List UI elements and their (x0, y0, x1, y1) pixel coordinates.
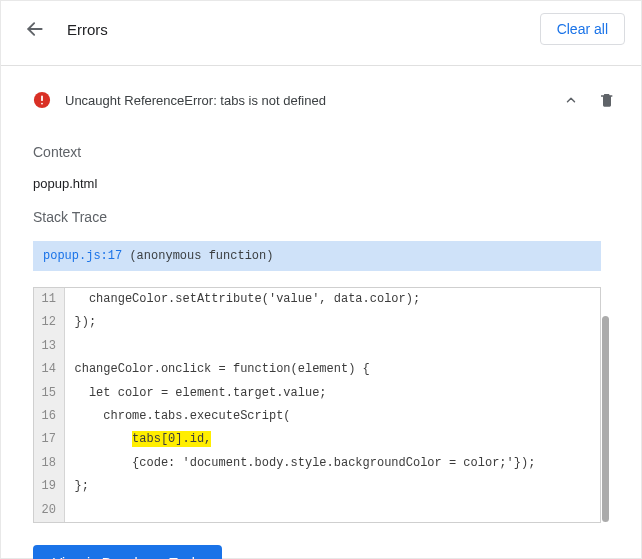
arrow-left-icon (25, 19, 45, 39)
code-line: 16 chrome.tabs.executeScript( (34, 405, 600, 428)
code-text: chrome.tabs.executeScript( (64, 405, 600, 428)
line-number: 16 (34, 405, 64, 428)
collapse-button[interactable] (553, 82, 589, 118)
code-line: 14changeColor.onclick = function(element… (34, 358, 600, 381)
code-line: 18 {code: 'document.body.style.backgroun… (34, 452, 600, 475)
code-table: 11 changeColor.setAttribute('value', dat… (34, 288, 600, 522)
page-title: Errors (67, 21, 108, 38)
code-line: 12}); (34, 311, 600, 334)
view-in-devtools-button[interactable]: View in Developer Tools (33, 545, 222, 559)
stack-trace-label: Stack Trace (33, 209, 625, 225)
line-number: 12 (34, 311, 64, 334)
scrollbar[interactable] (602, 316, 609, 522)
line-number: 19 (34, 475, 64, 498)
stack-frame-location: popup.js:17 (43, 249, 122, 263)
chevron-up-icon (564, 93, 578, 107)
code-line: 13 (34, 335, 600, 358)
line-number: 11 (34, 288, 64, 311)
line-number: 15 (34, 382, 64, 405)
code-line: 11 changeColor.setAttribute('value', dat… (34, 288, 600, 311)
code-text: tabs[0].id, (64, 428, 600, 451)
error-icon (33, 91, 51, 109)
code-text (64, 335, 600, 358)
trash-icon (599, 91, 615, 109)
delete-button[interactable] (589, 82, 625, 118)
code-viewer: 11 changeColor.setAttribute('value', dat… (33, 287, 601, 523)
header-bar: Errors Clear all (1, 1, 641, 57)
code-text: }; (64, 475, 600, 498)
code-line: 20 (34, 499, 600, 522)
code-text: {code: 'document.body.style.backgroundCo… (64, 452, 600, 475)
code-line: 15 let color = element.target.value; (34, 382, 600, 405)
code-line: 17 tabs[0].id, (34, 428, 600, 451)
error-title: Uncaught ReferenceError: tabs is not def… (65, 93, 553, 108)
code-highlight: tabs[0].id, (132, 431, 211, 447)
stack-frame[interactable]: popup.js:17 (anonymous function) (33, 241, 601, 271)
context-label: Context (33, 144, 625, 160)
line-number: 17 (34, 428, 64, 451)
svg-rect-2 (41, 96, 43, 102)
back-button[interactable] (21, 15, 49, 43)
line-number: 13 (34, 335, 64, 358)
code-text: }); (64, 311, 600, 334)
error-row: Uncaught ReferenceError: tabs is not def… (33, 66, 625, 130)
svg-rect-3 (41, 103, 43, 105)
line-number: 18 (34, 452, 64, 475)
line-number: 14 (34, 358, 64, 381)
code-text: let color = element.target.value; (64, 382, 600, 405)
code-text: changeColor.onclick = function(element) … (64, 358, 600, 381)
code-line: 19}; (34, 475, 600, 498)
code-text (64, 499, 600, 522)
context-value: popup.html (33, 176, 625, 191)
line-number: 20 (34, 499, 64, 522)
code-text: changeColor.setAttribute('value', data.c… (64, 288, 600, 311)
stack-frame-name: (anonymous function) (122, 249, 273, 263)
clear-all-button[interactable]: Clear all (540, 13, 625, 45)
